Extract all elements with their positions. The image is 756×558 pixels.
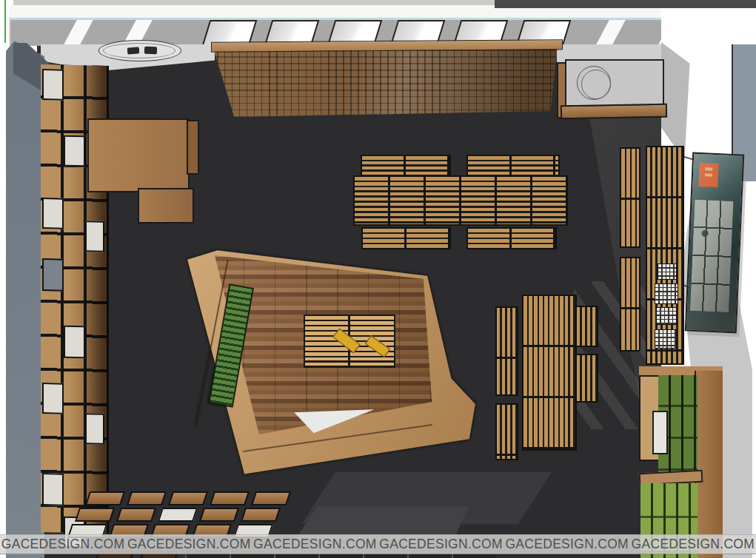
reception-desk-side: [187, 120, 199, 175]
axis-line-green: [4, 0, 6, 43]
vertical-slat-bench: [497, 405, 517, 459]
watermark-text: GACEDESIGN.COM: [379, 537, 503, 552]
display-box: [75, 508, 115, 522]
yellow-stool: [365, 335, 390, 357]
watermark-text: GACEDESIGN.COM: [505, 537, 629, 552]
shelf-white-cell: [42, 258, 64, 292]
watermark-text: GACEDESIGN.COM: [127, 537, 251, 552]
watermark-text: GACEDESIGN.COM: [1, 537, 125, 552]
wall-poster: [685, 152, 744, 334]
vertical-slat-bench: [577, 355, 597, 401]
vertical-slat-bench: [497, 308, 517, 394]
left-wall: [6, 41, 44, 558]
mesh-chair: [656, 307, 677, 325]
reception-desk-extension: [138, 188, 194, 223]
display-box: [168, 491, 208, 505]
vertical-slat-bench: [621, 258, 639, 350]
slatted-wall-panel: [210, 43, 561, 117]
display-box: [199, 508, 239, 522]
shelf-white-cell: [42, 383, 64, 414]
shelf-white-cell: [42, 198, 64, 229]
vertical-slat-bench: [621, 149, 639, 246]
yellow-stool: [332, 329, 361, 354]
slat-bench: [468, 156, 558, 176]
display-box: [127, 491, 167, 505]
slat-table-large: [355, 177, 460, 224]
right-wall-gray-wedge: [661, 42, 713, 161]
green-shelf-unit: [639, 366, 723, 558]
platform-slat-table: [304, 315, 395, 368]
shelf-white-cell: [64, 135, 85, 167]
shelf-white-cell: [42, 473, 64, 506]
display-box: [116, 508, 156, 522]
lamp-fixture: [144, 47, 158, 55]
parquet-platform: [181, 248, 481, 481]
display-box: [251, 491, 291, 505]
lamp-fixture: [127, 47, 140, 54]
mesh-chair: [658, 263, 677, 280]
vertical-slat-table: [523, 296, 575, 449]
display-box-white: [158, 508, 198, 522]
top-bar-light: [13, 0, 495, 5]
green-shelf-wood-side: [695, 371, 723, 558]
slat-table-large: [461, 177, 566, 224]
top-bar-dark: [495, 0, 756, 8]
mesh-chair: [655, 283, 678, 304]
slat-bench: [468, 229, 555, 248]
poster-sheen: [686, 154, 743, 332]
mesh-chair: [655, 329, 677, 349]
ac-unit-circle-inner: [581, 70, 611, 99]
watermark-text: GACEDESIGN.COM: [632, 537, 755, 552]
ac-unit: [565, 59, 664, 107]
watermark-text: GACEDESIGN.COM: [253, 537, 377, 552]
shelf-white-cell: [64, 326, 85, 359]
shelf-white-cell: [42, 69, 64, 101]
watermark-band: GACEDESIGN.COM GACEDESIGN.COM GACEDESIGN…: [0, 534, 756, 554]
reception-desk: [87, 118, 190, 192]
shelf-white-cell: [85, 413, 104, 445]
display-box: [210, 491, 250, 505]
green-shelf-white-cell: [652, 411, 668, 454]
vertical-slat-bench: [577, 307, 597, 346]
display-box: [85, 491, 125, 505]
ceiling-lamp: [98, 40, 181, 61]
display-box: [241, 508, 281, 522]
shelf-white-cell: [85, 221, 104, 252]
slat-bench: [362, 156, 449, 176]
slat-bench: [363, 229, 449, 248]
ac-unit-wood-base: [561, 104, 667, 120]
render-canvas: GACEDESIGN.COM GACEDESIGN.COM GACEDESIGN…: [0, 0, 756, 558]
